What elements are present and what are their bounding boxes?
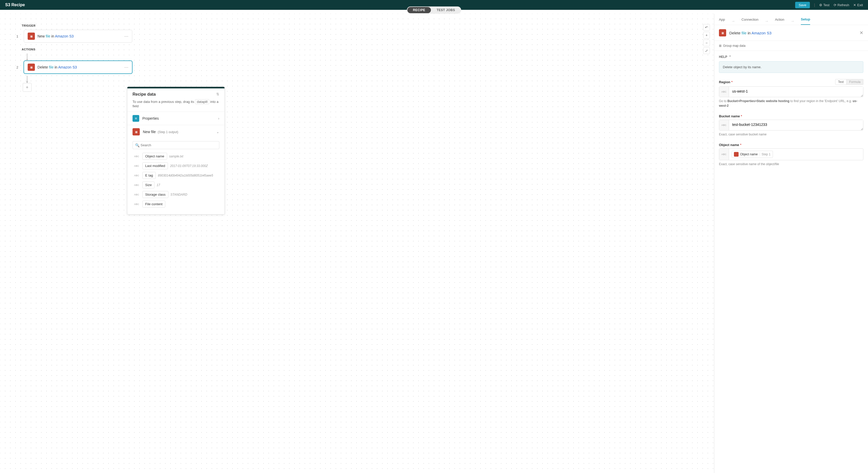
step-more-icon[interactable]: ⋯: [124, 34, 128, 39]
close-button[interactable]: ✕: [860, 30, 863, 36]
search-icon: 🔍: [135, 143, 140, 147]
refresh-icon: ⟳: [834, 3, 836, 7]
properties-icon: ≡: [132, 115, 139, 122]
recipe-data-subtitle: To use data from a previous step, drag i…: [127, 99, 224, 112]
region-label: Region *: [719, 80, 733, 84]
undo-button[interactable]: ↶: [703, 24, 710, 31]
connector-line: [27, 54, 27, 61]
zoom-out-button[interactable]: −: [703, 39, 710, 46]
refresh-button[interactable]: ⟳Refresh: [834, 3, 849, 7]
gear-icon: ⚙: [819, 3, 822, 7]
actions-label: ACTIONS: [22, 48, 699, 51]
panel-title: Delete file in Amazon S3: [729, 31, 857, 35]
canvas: ↶ + − ⤢ TRIGGER 1 ▦ New file in Amazon S…: [0, 14, 714, 473]
help-toggle[interactable]: HELP⌃: [719, 55, 863, 59]
datapill[interactable]: E tag: [142, 172, 156, 179]
bucket-label: Bucket name *: [719, 114, 742, 118]
chevron-right-icon: ›: [218, 116, 219, 120]
fit-button[interactable]: ⤢: [703, 47, 710, 54]
recipe-tab-toggle: RECIPE TEST JOBS: [407, 6, 461, 14]
type-badge: ABC: [719, 149, 729, 160]
tab-connection[interactable]: Connection: [741, 18, 758, 25]
object-input[interactable]: Object name Step 1: [729, 149, 863, 160]
help-text: Delete object by its name.: [719, 61, 863, 73]
datapill-in-field[interactable]: Object name Step 1: [732, 151, 773, 158]
datapill[interactable]: Last modified: [142, 162, 168, 169]
recipe-data-panel: Recipe data ⇅ To use data from a previou…: [127, 87, 225, 214]
tab-recipe[interactable]: RECIPE: [407, 7, 431, 13]
save-button[interactable]: Save: [795, 2, 810, 8]
step-text: New file in Amazon S3: [37, 34, 122, 38]
search-input[interactable]: [132, 141, 219, 149]
type-badge: ABC: [719, 120, 729, 130]
add-step-button[interactable]: +: [23, 83, 32, 92]
step-number: 1: [16, 34, 19, 38]
chevron-up-icon: ⌃: [729, 55, 731, 59]
s3-icon: ▦: [719, 29, 726, 36]
object-hint: Exact, case sensitive name of the object…: [719, 162, 863, 167]
new-file-section[interactable]: ▦ New file (Step 1 output) ⌄: [127, 125, 224, 139]
separator: |: [814, 3, 815, 7]
zoom-in-button[interactable]: +: [703, 32, 710, 38]
recipe-title: S3 Recipe: [5, 3, 25, 7]
trigger-label: TRIGGER: [22, 24, 699, 27]
step-text: Delete file in Amazon S3: [37, 65, 122, 69]
s3-icon: ▦: [28, 64, 35, 71]
tab-action[interactable]: Action: [775, 18, 784, 25]
step-number: 2: [16, 65, 19, 69]
datapill[interactable]: File content: [142, 201, 165, 208]
collapse-icon[interactable]: ⇅: [216, 92, 219, 96]
bucket-input[interactable]: [729, 120, 863, 130]
chevron-down-icon: ⌄: [216, 130, 219, 134]
datapill[interactable]: Storage class: [142, 191, 168, 198]
bucket-hint: Exact, case sensitive bucket name: [719, 132, 863, 137]
mode-text[interactable]: Text: [835, 79, 846, 85]
arrow-right-icon: →: [765, 19, 769, 24]
recipe-data-title: Recipe data: [132, 92, 156, 97]
mode-formula[interactable]: Formula: [846, 79, 863, 85]
group-map-data[interactable]: ⊞Group map data: [714, 41, 868, 51]
step-card-trigger[interactable]: ▦ New file in Amazon S3 ⋯: [24, 30, 132, 43]
datapill-list: ABCObject namesample.txt ABCLast modifie…: [127, 152, 224, 214]
group-icon: ⊞: [719, 44, 721, 48]
properties-section[interactable]: ≡ Properties ›: [127, 112, 224, 125]
region-hint: Go to Bucket>Properties>Static website h…: [719, 99, 863, 108]
region-input[interactable]: [729, 87, 863, 97]
test-button[interactable]: ⚙Test: [819, 3, 830, 7]
tab-setup[interactable]: Setup: [801, 17, 810, 25]
close-icon: ✕: [853, 3, 856, 7]
side-panel: App → Connection → Action → Setup ▦ Dele…: [714, 14, 868, 473]
arrow-right-icon: →: [790, 19, 795, 24]
connector-line: [27, 76, 27, 83]
step-more-icon[interactable]: ⋯: [124, 65, 128, 70]
datapill[interactable]: Size: [142, 181, 154, 188]
s3-icon: [734, 152, 739, 157]
tab-app[interactable]: App: [719, 18, 725, 25]
tab-test-jobs[interactable]: TEST JOBS: [431, 7, 461, 13]
s3-icon: ▦: [132, 128, 140, 136]
exit-button[interactable]: ✕Exit: [853, 3, 863, 7]
type-badge: ABC: [719, 87, 729, 97]
object-label: Object name *: [719, 143, 741, 147]
step-card-action[interactable]: ▦ Delete file in Amazon S3 ⋯: [24, 61, 132, 74]
s3-icon: ▦: [28, 33, 35, 40]
arrow-right-icon: →: [731, 19, 735, 24]
datapill[interactable]: Object name: [142, 153, 167, 160]
